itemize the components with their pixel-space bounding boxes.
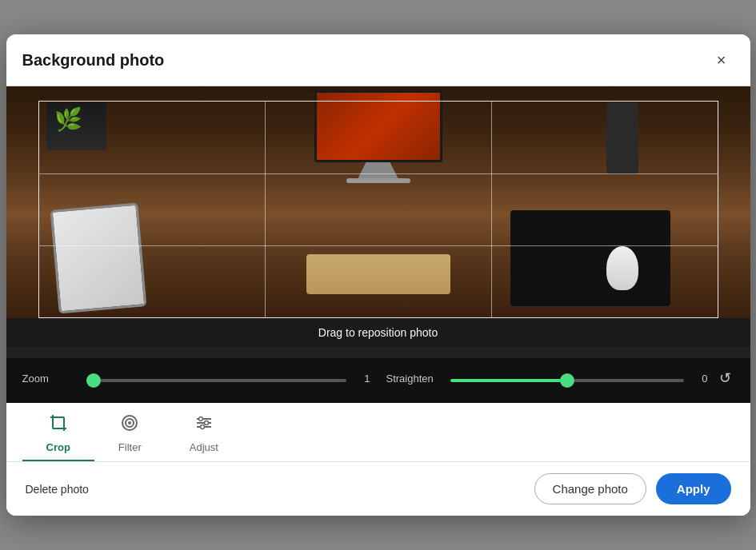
adjust-tab-icon — [195, 414, 213, 436]
crop-grid-line — [491, 102, 492, 317]
straighten-label: Straighten — [386, 373, 442, 385]
controls-area: Zoom 1 Straighten 0 ↺ — [6, 358, 750, 403]
straighten-slider-wrapper — [450, 371, 684, 385]
filter-tab-icon — [121, 414, 138, 436]
zoom-value: 1 — [354, 373, 370, 385]
tab-filter[interactable]: Filter — [94, 403, 166, 461]
drag-hint: Drag to reposition photo — [6, 318, 750, 347]
tab-filter-label: Filter — [118, 441, 142, 453]
crop-grid-line — [265, 102, 266, 317]
straighten-slider-group: Straighten 0 ↺ — [386, 366, 734, 390]
tabs-area: Crop Filter — [6, 403, 750, 462]
modal-title: Background photo — [22, 51, 165, 70]
svg-point-13 — [200, 425, 204, 429]
close-button[interactable]: × — [709, 47, 734, 73]
crop-overlay[interactable] — [38, 101, 718, 318]
background-photo-modal: Background photo × 🌿 — [6, 34, 750, 516]
crop-grid-line — [39, 173, 718, 174]
zoom-slider-group: Zoom 1 — [22, 371, 370, 385]
tab-adjust[interactable]: Adjust — [166, 403, 242, 461]
svg-point-11 — [198, 417, 202, 421]
photo-background: 🌿 — [6, 86, 750, 318]
tab-crop-label: Crop — [46, 441, 70, 453]
change-photo-button[interactable]: Change photo — [534, 473, 646, 504]
delete-photo-button[interactable]: Delete photo — [26, 483, 89, 496]
sliders-container: Zoom 1 Straighten 0 ↺ — [22, 366, 734, 390]
reset-button[interactable]: ↺ — [716, 366, 734, 390]
straighten-slider[interactable] — [450, 379, 684, 382]
svg-rect-0 — [53, 417, 64, 428]
modal-header: Background photo × — [6, 34, 750, 86]
crop-grid-line — [39, 245, 718, 246]
straighten-value: 0 — [692, 373, 708, 385]
footer-right: Change photo Apply — [534, 473, 731, 504]
svg-point-12 — [204, 421, 208, 425]
tab-adjust-label: Adjust — [190, 441, 218, 453]
photo-area[interactable]: 🌿 Drag to reposition photo — [6, 86, 750, 358]
svg-point-7 — [128, 421, 131, 424]
zoom-slider-wrapper — [86, 371, 346, 385]
tab-crop[interactable]: Crop — [22, 403, 94, 461]
footer: Delete photo Change photo Apply — [6, 462, 750, 516]
crop-tab-icon — [50, 414, 67, 436]
apply-button[interactable]: Apply — [656, 473, 731, 504]
zoom-label: Zoom — [22, 373, 78, 385]
zoom-slider[interactable] — [86, 379, 346, 382]
